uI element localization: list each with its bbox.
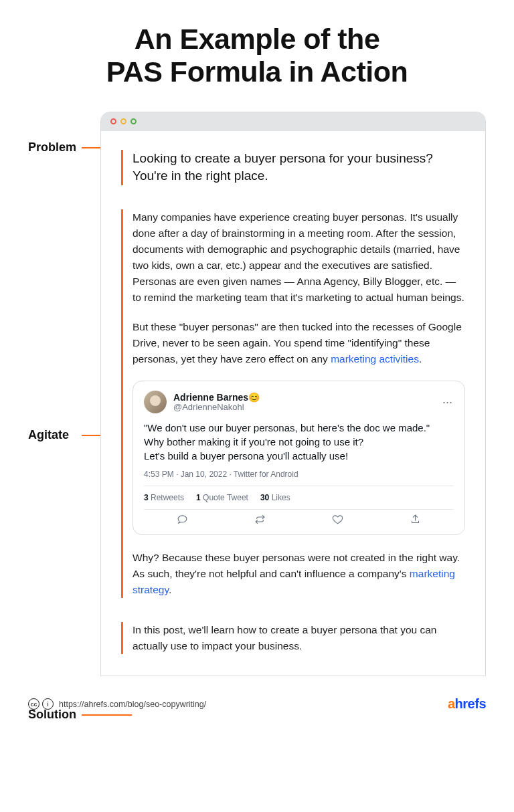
title-line-1: An Example of the <box>135 23 380 55</box>
tweet-line-3: Let's build a buyer persona you'll actua… <box>144 450 348 462</box>
title-line-2: PAS Formula in Action <box>106 56 408 88</box>
agitate-para-2: But these "buyer personas" are then tuck… <box>133 319 465 367</box>
tweet-stats: 3 Retweets 1 Quote Tweet 30 Likes <box>144 486 454 509</box>
tweet-author-handle: @AdrienneNakohl <box>173 403 260 412</box>
tweet-likes-count: 30 <box>260 493 269 502</box>
problem-text: Looking to create a buyer persona for yo… <box>133 150 465 185</box>
page-title: An Example of the PAS Formula in Action <box>28 23 486 89</box>
browser-window: Looking to create a buyer persona for yo… <box>100 112 486 676</box>
tweet-body: "We don't use our buyer personas, but he… <box>144 421 454 463</box>
solution-text: In this post, we'll learn how to create … <box>133 622 465 654</box>
agitate-para-3: Why? Because these buyer personas were n… <box>133 550 465 598</box>
tweet-line-1: "We don't use our buyer personas, but he… <box>144 422 430 433</box>
tweet-author-name-text: Adrienne Barnes <box>173 392 248 403</box>
agitate-para-1: Many companies have experience creating … <box>133 209 465 306</box>
section-problem: Looking to create a buyer persona for yo… <box>121 150 465 185</box>
section-solution: In this post, we'll learn how to create … <box>121 622 465 654</box>
footer: cc i https://ahrefs.com/blog/seo-copywri… <box>28 696 486 712</box>
agitate-para-3-b: . <box>169 584 171 595</box>
tweet-retweets-label: Retweets <box>151 493 184 502</box>
traffic-light-min-icon <box>120 118 126 124</box>
agitate-para-2-b: . <box>419 353 422 365</box>
tweet-likes-label: Likes <box>272 493 290 502</box>
traffic-light-max-icon <box>131 118 137 124</box>
tweet-line-2: Why bother making it if you're not going… <box>144 436 363 447</box>
tweet-quotes-label: Quote Tweet <box>203 493 248 502</box>
avatar <box>144 391 167 413</box>
ahrefs-logo: ahrefs <box>448 696 486 712</box>
tweet-author-emoji: 😊 <box>248 392 260 403</box>
embedded-tweet: Adrienne Barnes😊 @AdrienneNakohl ··· "We… <box>133 381 465 535</box>
tweet-author-name: Adrienne Barnes😊 <box>173 392 260 403</box>
like-icon[interactable] <box>332 514 343 528</box>
share-icon[interactable] <box>410 514 421 528</box>
tweet-timestamp: 4:53 PM · Jan 10, 2022 · Twitter for And… <box>144 470 454 486</box>
traffic-light-close-icon <box>110 118 116 124</box>
ahrefs-logo-rest: hrefs <box>455 696 486 711</box>
tweet-more-icon[interactable]: ··· <box>442 395 454 409</box>
link-marketing-activities[interactable]: marketing activities <box>331 353 419 365</box>
window-titlebar <box>101 112 485 131</box>
section-agitate: Many companies have experience creating … <box>121 209 465 598</box>
retweet-icon[interactable] <box>254 514 266 528</box>
tweet-quotes-count: 1 <box>196 493 201 502</box>
ahrefs-logo-a: a <box>448 696 455 711</box>
tweet-retweets-count: 3 <box>144 493 149 502</box>
connector-solution <box>82 714 132 716</box>
reply-icon[interactable] <box>177 514 188 528</box>
